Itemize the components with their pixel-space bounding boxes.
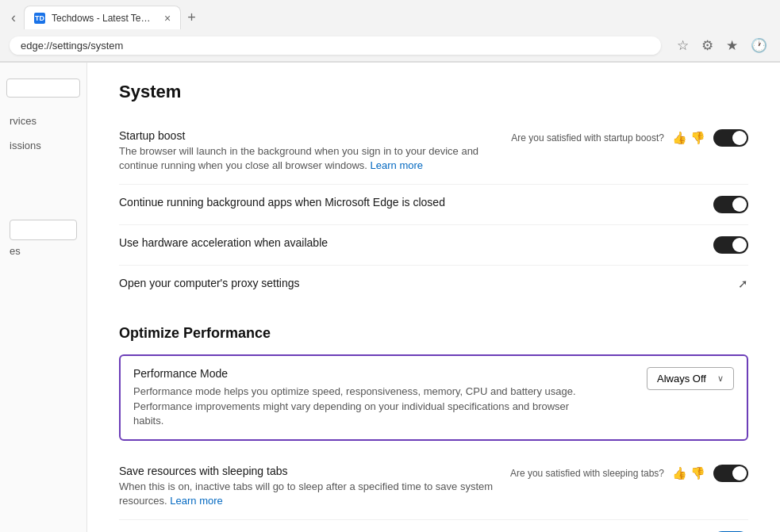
tab-bar: ‹ TD Techdows - Latest Technology N... ×… bbox=[0, 0, 780, 30]
hardware-acceleration-label: Use hardware acceleration when available bbox=[119, 236, 701, 249]
performance-mode-dropdown-arrow: ∨ bbox=[717, 373, 724, 384]
sleeping-tabs-feedback-text: Are you satisfied with sleeping tabs? bbox=[510, 468, 664, 479]
performance-mode-dropdown[interactable]: Always Off ∨ bbox=[647, 367, 734, 390]
proxy-settings-controls: ➚ bbox=[738, 277, 748, 291]
sidebar-section: rvices issions bbox=[0, 104, 86, 163]
tab-close-button[interactable]: × bbox=[164, 12, 171, 25]
system-section-title: System bbox=[119, 82, 748, 102]
sleeping-tabs-feedback-icons: 👍 👎 bbox=[672, 466, 705, 480]
performance-mode-card: Performance Mode Performance mode helps … bbox=[119, 354, 748, 441]
address-bar: ☆ ⚙ ★ 🕐 bbox=[0, 30, 780, 62]
sidebar-scroll bbox=[0, 163, 86, 210]
background-apps-row: Continue running background apps when Mi… bbox=[119, 185, 748, 225]
hardware-acceleration-controls bbox=[713, 236, 748, 254]
hardware-acceleration-info: Use hardware acceleration when available bbox=[119, 236, 713, 251]
external-link-icon[interactable]: ➚ bbox=[738, 277, 748, 291]
hardware-acceleration-slider bbox=[713, 236, 748, 254]
sidebar: rvices issions es bbox=[0, 63, 87, 532]
startup-boost-label: Startup boost bbox=[119, 129, 498, 142]
hardware-acceleration-row: Use hardware acceleration when available bbox=[119, 225, 748, 266]
background-apps-info: Continue running background apps when Mi… bbox=[119, 196, 713, 211]
sleeping-tabs-label: Save resources with sleeping tabs bbox=[119, 465, 498, 477]
proxy-settings-label: Open your computer's proxy settings bbox=[119, 277, 725, 289]
background-apps-controls bbox=[713, 196, 748, 213]
performance-mode-desc: Performance mode helps you optimize spee… bbox=[133, 385, 594, 428]
new-tab-button[interactable]: + bbox=[181, 10, 202, 25]
sidebar-item-services[interactable]: rvices bbox=[0, 109, 86, 133]
optimize-performance-title: Optimize Performance bbox=[119, 325, 748, 342]
performance-mode-label: Performance Mode bbox=[133, 367, 634, 380]
sidebar-item-es[interactable]: es bbox=[10, 240, 77, 262]
history-icon[interactable]: 🕐 bbox=[747, 34, 770, 57]
browser-chrome: ‹ TD Techdows - Latest Technology N... ×… bbox=[0, 0, 780, 63]
fade-sleeping-tabs-row: Fade sleeping tabs bbox=[119, 520, 748, 532]
proxy-settings-info: Open your computer's proxy settings bbox=[119, 277, 738, 292]
tab-title: Techdows - Latest Technology N... bbox=[52, 13, 155, 24]
startup-boost-row: Startup boost The browser will launch in… bbox=[119, 118, 748, 185]
sleeping-tabs-info: Save resources with sleeping tabs When t… bbox=[119, 465, 510, 508]
sidebar-search-input[interactable] bbox=[6, 78, 80, 98]
address-input[interactable] bbox=[10, 36, 661, 55]
hardware-acceleration-toggle[interactable] bbox=[713, 236, 748, 254]
background-apps-slider bbox=[713, 196, 748, 213]
sleeping-tabs-toggle[interactable] bbox=[713, 465, 748, 482]
optimize-performance-section: Optimize Performance Performance Mode Pe… bbox=[119, 325, 748, 532]
collections-icon[interactable]: ★ bbox=[723, 34, 741, 57]
sidebar-item-permissions[interactable]: issions bbox=[0, 133, 86, 158]
sleeping-tabs-thumbs-down-icon[interactable]: 👎 bbox=[690, 466, 705, 480]
toolbar-icons: ☆ ⚙ ★ 🕐 bbox=[674, 34, 770, 57]
startup-boost-desc: The browser will launch in the backgroun… bbox=[119, 144, 498, 173]
main-content: System Startup boost The browser will la… bbox=[87, 63, 780, 532]
startup-boost-feedback-icons: 👍 👎 bbox=[672, 131, 705, 145]
back-button[interactable]: ‹ bbox=[6, 10, 21, 26]
startup-boost-slider bbox=[713, 129, 748, 147]
sleeping-tabs-controls: Are you satisfied with sleeping tabs? 👍 … bbox=[510, 465, 748, 482]
proxy-settings-row: Open your computer's proxy settings ➚ bbox=[119, 266, 748, 303]
sidebar-bottom: es bbox=[0, 216, 86, 265]
startup-boost-learn-more[interactable]: Learn more bbox=[371, 159, 423, 171]
startup-boost-toggle[interactable] bbox=[713, 129, 748, 147]
system-section: System Startup boost The browser will la… bbox=[119, 82, 748, 303]
browser-content: rvices issions es System Startup boost bbox=[0, 63, 780, 532]
tab-favicon: TD bbox=[34, 13, 45, 24]
sidebar-search bbox=[6, 78, 80, 98]
background-apps-toggle[interactable] bbox=[713, 196, 748, 213]
sleeping-tabs-learn-more[interactable]: Learn more bbox=[170, 495, 222, 507]
background-apps-label: Continue running background apps when Mi… bbox=[119, 196, 701, 209]
thumbs-up-icon[interactable]: 👍 bbox=[672, 131, 687, 145]
sleeping-tabs-thumbs-up-icon[interactable]: 👍 bbox=[672, 466, 687, 480]
extensions-icon[interactable]: ⚙ bbox=[698, 34, 717, 57]
sleeping-tabs-slider bbox=[713, 465, 748, 482]
favorites-icon[interactable]: ☆ bbox=[674, 34, 692, 57]
active-tab[interactable]: TD Techdows - Latest Technology N... × bbox=[24, 6, 181, 29]
sleeping-tabs-row: Save resources with sleeping tabs When t… bbox=[119, 454, 748, 520]
startup-boost-controls: Are you satisfied with startup boost? 👍 … bbox=[511, 129, 748, 147]
sleeping-tabs-desc: When this is on, inactive tabs will go t… bbox=[119, 480, 498, 508]
performance-mode-info: Performance Mode Performance mode helps … bbox=[133, 367, 647, 428]
sidebar-bottom-input[interactable] bbox=[10, 220, 77, 240]
startup-boost-info: Startup boost The browser will launch in… bbox=[119, 129, 511, 173]
performance-mode-dropdown-value: Always Off bbox=[657, 373, 706, 385]
startup-boost-feedback-text: Are you satisfied with startup boost? bbox=[511, 132, 664, 144]
thumbs-down-icon[interactable]: 👎 bbox=[690, 131, 705, 145]
